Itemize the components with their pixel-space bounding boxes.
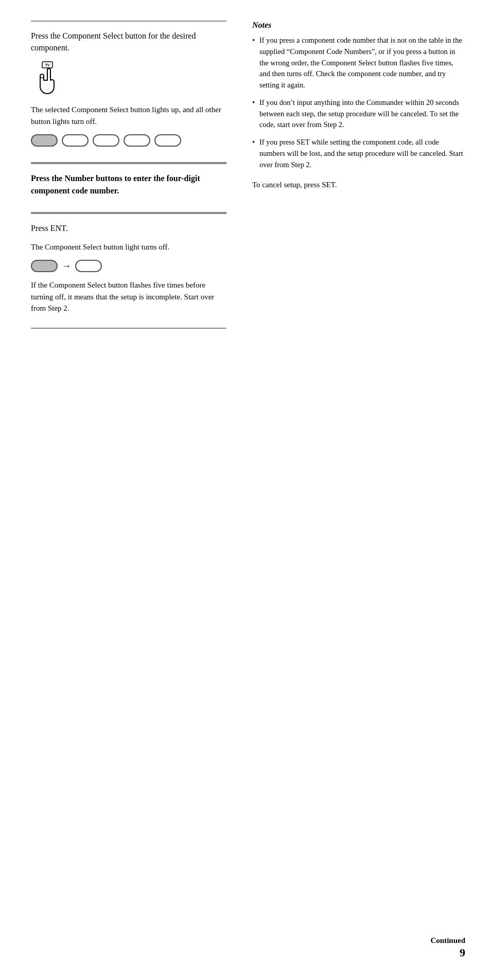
note-item-2: If you don’t input anything into the Com…: [252, 97, 465, 131]
button-unlit-4: [154, 134, 181, 147]
section-3-heading: Press ENT.: [31, 222, 226, 234]
svg-text:TV: TV: [45, 63, 50, 67]
notes-list: If you press a component code number tha…: [252, 35, 465, 170]
cancel-text: To cancel setup, press SET.: [252, 181, 465, 189]
right-column: Notes If you press a component code numb…: [242, 21, 465, 329]
continued-label: Continued: [430, 936, 465, 945]
section-1: Press the Component Select button for th…: [31, 21, 226, 163]
note-item-3: If you press SET while setting the compo…: [252, 137, 465, 170]
button-lit-2: [31, 260, 58, 272]
page-footer: Continued 9: [430, 936, 465, 959]
note-item-1: If you press a component code number tha…: [252, 35, 465, 91]
button-unlit-1: [62, 134, 89, 147]
notes-title: Notes: [252, 21, 465, 30]
button-row-arrow: →: [31, 260, 226, 272]
button-lit: [31, 134, 58, 147]
section-3-description: The Component Select button light turns …: [31, 241, 226, 253]
section-1-heading: Press the Component Select button for th…: [31, 30, 226, 54]
left-column: Press the Component Select button for th…: [31, 21, 226, 329]
section-1-description: The selected Component Select button lig…: [31, 104, 226, 127]
button-unlit-2: [93, 134, 119, 147]
page-number: 9: [430, 946, 465, 959]
section-2: Press the Number buttons to enter the fo…: [31, 163, 226, 212]
arrow-icon: →: [62, 261, 71, 272]
section-2-heading: Press the Number buttons to enter the fo…: [31, 172, 226, 196]
button-unlit-5: [75, 260, 102, 272]
hand-press-icon: TV: [31, 61, 67, 97]
section-3-extra: If the Component Select button flashes f…: [31, 279, 226, 314]
button-row-lit: [31, 134, 226, 147]
button-unlit-3: [124, 134, 150, 147]
section-3: Press ENT. The Component Select button l…: [31, 213, 226, 329]
